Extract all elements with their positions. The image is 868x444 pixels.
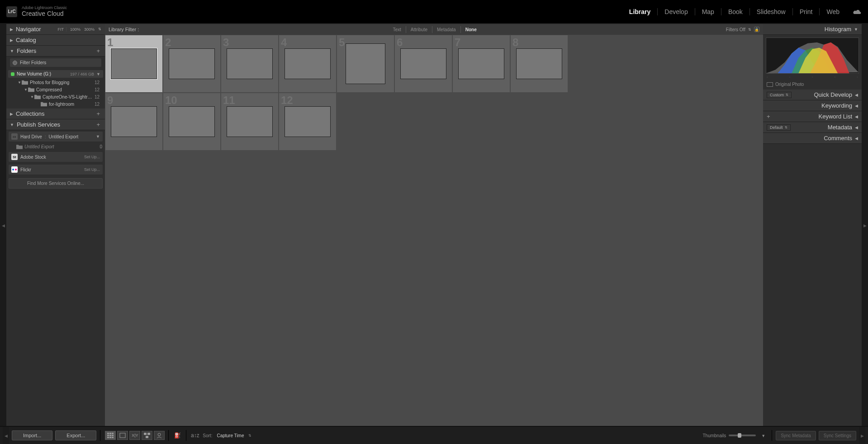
filter-opt-none[interactable]: None <box>460 26 481 33</box>
grid-cell[interactable]: 4 <box>279 35 337 93</box>
folder-item[interactable]: for-lightroom12 <box>6 100 105 108</box>
loupe-view-button[interactable] <box>117 431 128 440</box>
cell-index: 2 <box>165 36 171 49</box>
cell-index: 11 <box>223 94 235 107</box>
module-map[interactable]: Map <box>695 8 721 15</box>
grid-scroll-area[interactable]: 123456789101112 <box>105 35 763 426</box>
module-develop[interactable]: Develop <box>658 8 695 15</box>
add-folder-button[interactable]: + <box>95 47 101 54</box>
comments-panel-header[interactable]: Comments <box>763 133 862 144</box>
folder-name: Photos for Blogging <box>30 80 95 85</box>
find-more-services-button[interactable]: Find More Services Online... <box>9 178 103 189</box>
quick-develop-preset-select[interactable]: Custom⇅ <box>767 92 792 98</box>
chevron-updown-icon[interactable]: ⇅ <box>748 28 751 32</box>
nav-100[interactable]: 100% <box>70 27 81 32</box>
sort-label: Sort: <box>203 433 212 438</box>
survey-view-button[interactable] <box>142 431 152 440</box>
grid-cell[interactable]: 10 <box>163 93 221 151</box>
sort-direction-button[interactable]: a↕z <box>190 431 200 440</box>
nav-300[interactable]: 300% <box>84 27 95 32</box>
thumbnail-image <box>458 48 504 79</box>
add-collection-button[interactable]: + <box>95 110 101 117</box>
grid-cell[interactable]: 3 <box>221 35 279 93</box>
toolbar-menu-chevron[interactable] <box>761 433 765 438</box>
import-button[interactable]: Import... <box>12 430 52 440</box>
sort-field-select[interactable]: Capture Time <box>215 433 246 438</box>
grid-cell[interactable]: 9 <box>105 93 163 151</box>
publish-hard-drive[interactable]: ▭ Hard Drive : Untitled Export <box>9 132 103 142</box>
sync-settings-button[interactable]: Sync Settings <box>819 431 856 440</box>
publish-panel-header[interactable]: Publish Services + <box>6 119 105 130</box>
thumbnail-size-slider[interactable] <box>729 435 756 436</box>
keyword-list-panel-header[interactable]: + Keyword List <box>763 111 862 122</box>
folder-item[interactable]: ▼Compressed12 <box>6 86 105 93</box>
histogram-panel-header[interactable]: Histogram <box>763 24 862 35</box>
compare-view-button[interactable]: X|Y <box>129 431 140 440</box>
module-library[interactable]: Library <box>622 8 658 15</box>
untitled-sub-count: 0 <box>100 144 102 149</box>
publish-sub-untitled[interactable]: Untitled Export 0 <box>6 143 105 151</box>
publish-flickr[interactable]: Flickr Set Up... <box>9 165 103 175</box>
right-collapse-handle[interactable] <box>862 24 868 426</box>
grid-cell[interactable]: 5 <box>337 35 394 93</box>
folder-icon <box>28 87 34 92</box>
quick-develop-label: Quick Develop <box>814 91 852 98</box>
filter-opt-metadata[interactable]: Metadata <box>432 26 460 33</box>
add-keyword-button[interactable]: + <box>767 113 770 120</box>
navigator-panel-header[interactable]: Navigator FIT 100% 300% ⇅ <box>6 24 105 35</box>
module-book[interactable]: Book <box>721 8 750 15</box>
grid-cell[interactable]: 11 <box>221 93 279 151</box>
filters-off-label[interactable]: Filters Off <box>726 27 745 32</box>
right-bottom-collapse[interactable] <box>859 427 865 444</box>
nav-fit[interactable]: FIT <box>57 27 66 32</box>
folder-item[interactable]: ▼Photos for Blogging12 <box>6 79 105 86</box>
grid-cell[interactable]: 1 <box>105 35 163 93</box>
folder-count: 12 <box>95 80 102 85</box>
module-slideshow[interactable]: Slideshow <box>750 8 793 15</box>
module-web[interactable]: Web <box>820 8 846 15</box>
add-publish-button[interactable]: + <box>95 121 101 128</box>
painter-tool-button[interactable]: ⛽ <box>172 431 182 440</box>
volume-row[interactable]: New Volume (G:) 197 / 466 GB <box>8 70 103 78</box>
thumbnail-image <box>227 106 273 137</box>
people-view-button[interactable] <box>154 431 165 440</box>
grid-cell[interactable]: 7 <box>452 35 510 93</box>
grid-view-button[interactable] <box>105 431 116 440</box>
left-bottom-collapse[interactable] <box>3 427 9 444</box>
lock-icon[interactable]: 🔒 <box>754 27 759 32</box>
catalog-panel-header[interactable]: Catalog <box>6 35 105 46</box>
publish-adobe-stock[interactable]: St Adobe Stock Set Up... <box>9 152 103 162</box>
svg-rect-0 <box>107 433 109 434</box>
cloud-sync-icon[interactable] <box>853 9 862 15</box>
chevron-right-icon <box>10 38 13 43</box>
thumbnail-image <box>111 48 157 79</box>
metadata-preset-select[interactable]: Default⇅ <box>767 124 791 131</box>
sync-metadata-button[interactable]: Sync Metadata <box>776 431 816 440</box>
metadata-panel-header[interactable]: Default⇅ Metadata <box>763 122 862 133</box>
folders-panel-header[interactable]: Folders + <box>6 46 105 57</box>
grid-cell[interactable]: 2 <box>163 35 221 93</box>
filter-opt-text[interactable]: Text <box>388 26 405 33</box>
nav-zoom-chevron[interactable]: ⇅ <box>98 27 101 31</box>
chevron-down-icon[interactable] <box>96 134 100 139</box>
setup-flickr-button[interactable]: Set Up... <box>84 167 100 172</box>
grid-cell[interactable]: 12 <box>279 93 337 151</box>
grid-cell[interactable]: 8 <box>510 35 568 93</box>
filter-opt-attribute[interactable]: Attribute <box>406 26 432 33</box>
keywording-panel-header[interactable]: Keywording <box>763 100 862 111</box>
filter-folders-input[interactable]: Filter Folders <box>10 58 101 67</box>
setup-stock-button[interactable]: Set Up... <box>84 155 100 159</box>
cell-index: 1 <box>107 36 113 49</box>
chevron-updown-icon[interactable]: ⇅ <box>248 434 251 438</box>
grid-cell[interactable]: 6 <box>394 35 452 93</box>
filter-options: TextAttributeMetadataNone <box>143 26 726 33</box>
collections-panel-header[interactable]: Collections + <box>6 109 105 119</box>
module-print[interactable]: Print <box>793 8 820 15</box>
chevron-down-icon[interactable] <box>96 72 100 76</box>
folder-item[interactable]: ▼CaptureOne-VS-Lightroo...12 <box>6 93 105 100</box>
histogram-display[interactable] <box>766 38 859 74</box>
left-collapse-handle[interactable] <box>0 24 6 426</box>
quick-develop-panel-header[interactable]: Custom⇅ Quick Develop <box>763 90 862 100</box>
chevron-icon: ▼ <box>17 80 22 85</box>
export-button[interactable]: Export... <box>55 430 96 440</box>
